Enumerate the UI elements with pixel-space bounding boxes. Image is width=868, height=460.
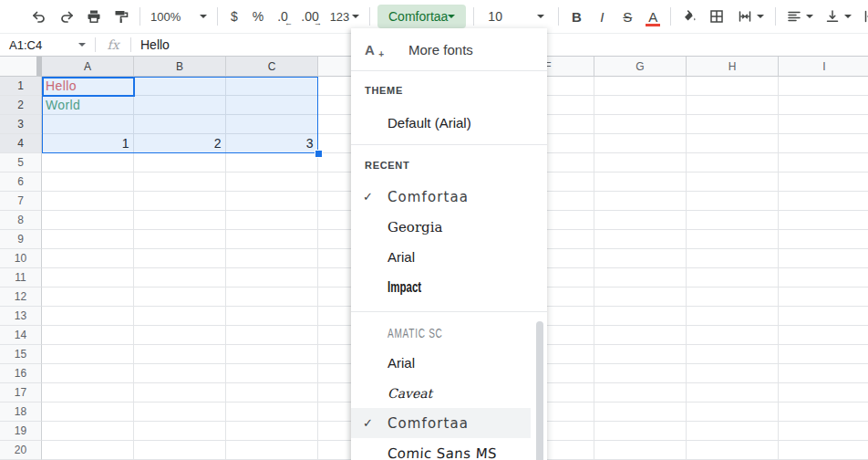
cell-C15[interactable] (226, 345, 318, 364)
cell-B5[interactable] (134, 153, 226, 172)
cell-I7[interactable] (779, 192, 868, 211)
decrease-decimal-button[interactable]: .0 ← (270, 4, 295, 29)
cell-G17[interactable] (594, 383, 687, 402)
cell-C20[interactable] (226, 441, 318, 460)
cell-C17[interactable] (226, 383, 318, 402)
font-family-selector[interactable]: Comfortaa (377, 5, 466, 28)
cell-A17[interactable] (42, 383, 134, 402)
cell-H4[interactable] (687, 134, 779, 153)
cell-C8[interactable] (226, 211, 318, 230)
cell-G16[interactable] (594, 364, 687, 383)
text-wrapping-button[interactable] (857, 4, 868, 29)
font-option-comic-sans-ms[interactable]: Comic Sans MS (351, 438, 547, 460)
cell-I15[interactable] (779, 345, 868, 364)
cell-A8[interactable] (42, 211, 134, 230)
cell-B8[interactable] (134, 211, 226, 230)
column-header-B[interactable]: B (134, 57, 226, 77)
cell-H6[interactable] (687, 172, 779, 192)
strikethrough-button[interactable]: S (615, 4, 640, 29)
print-button[interactable] (80, 4, 108, 29)
cell-B9[interactable] (134, 230, 226, 249)
cell-H8[interactable] (687, 211, 779, 230)
cell-B15[interactable] (134, 345, 226, 364)
cell-A9[interactable] (42, 230, 134, 249)
cell-G10[interactable] (594, 249, 687, 268)
undo-button[interactable] (26, 4, 53, 29)
cell-G18[interactable] (594, 402, 687, 422)
cell-G2[interactable] (594, 96, 687, 115)
row-header-6[interactable]: 6 (0, 172, 42, 192)
format-currency-button[interactable]: $ (222, 4, 246, 29)
formula-input[interactable]: Hello (140, 37, 170, 52)
cell-I18[interactable] (779, 402, 868, 422)
cell-I10[interactable] (779, 249, 868, 268)
borders-button[interactable] (703, 4, 730, 29)
font-option-comfortaa[interactable]: ✓ Comfortaa (351, 408, 531, 438)
cell-C18[interactable] (226, 402, 318, 422)
cell-G20[interactable] (594, 441, 687, 460)
cell-A6[interactable] (42, 172, 134, 192)
cell-H1[interactable] (687, 77, 779, 96)
cell-I9[interactable] (779, 230, 868, 249)
cell-B17[interactable] (134, 383, 226, 402)
cell-H2[interactable] (687, 96, 779, 115)
cell-G1[interactable] (594, 77, 687, 96)
cell-H11[interactable] (687, 268, 779, 288)
cell-H9[interactable] (687, 230, 779, 249)
cell-I20[interactable] (779, 441, 868, 460)
cell-A11[interactable] (42, 268, 134, 288)
cell-I8[interactable] (779, 211, 868, 230)
cell-I3[interactable] (779, 115, 868, 134)
cell-G15[interactable] (594, 345, 687, 364)
cell-I1[interactable] (779, 77, 868, 96)
cell-A15[interactable] (42, 345, 134, 364)
cell-B12[interactable] (134, 288, 226, 307)
cell-I17[interactable] (779, 383, 868, 402)
fill-handle[interactable] (315, 150, 323, 158)
cell-H20[interactable] (687, 441, 779, 460)
cell-H12[interactable] (687, 288, 779, 307)
cell-I12[interactable] (779, 288, 868, 307)
row-header-4[interactable]: 4 (0, 134, 42, 153)
cell-I19[interactable] (779, 422, 868, 441)
row-header-13[interactable]: 13 (0, 307, 42, 326)
row-header-1[interactable]: 1 (0, 77, 42, 96)
column-header-A[interactable]: A (42, 57, 134, 77)
italic-button[interactable]: I (589, 4, 615, 29)
cell-C13[interactable] (226, 307, 318, 326)
cell-C6[interactable] (226, 172, 318, 192)
cell-H10[interactable] (687, 249, 779, 268)
cell-C16[interactable] (226, 364, 318, 383)
increase-decimal-button[interactable]: .00 → (295, 4, 325, 29)
cell-I11[interactable] (779, 268, 868, 288)
cell-A16[interactable] (42, 364, 134, 383)
cell-I13[interactable] (779, 307, 868, 326)
row-header-11[interactable]: 11 (0, 268, 42, 288)
row-header-10[interactable]: 10 (0, 249, 42, 268)
cell-C19[interactable] (226, 422, 318, 441)
row-header-9[interactable]: 9 (0, 230, 42, 249)
row-header-15[interactable]: 15 (0, 345, 42, 364)
row-header-12[interactable]: 12 (0, 288, 42, 307)
row-header-14[interactable]: 14 (0, 326, 42, 345)
cell-B18[interactable] (134, 402, 226, 422)
cell-H16[interactable] (687, 364, 779, 383)
font-option-caveat[interactable]: Caveat (351, 378, 547, 408)
row-header-16[interactable]: 16 (0, 364, 42, 383)
cell-A18[interactable] (42, 402, 134, 422)
cell-A13[interactable] (42, 307, 134, 326)
font-option-recent-impact[interactable]: Impact (351, 272, 547, 302)
more-formats-button[interactable]: 123 (325, 4, 365, 29)
font-option-amatic-sc[interactable]: Amatic SC (351, 318, 547, 348)
select-all-corner[interactable] (0, 57, 42, 77)
zoom-selector[interactable]: 100% (145, 4, 212, 29)
cell-G7[interactable] (594, 192, 687, 211)
cell-G8[interactable] (594, 211, 687, 230)
cell-C5[interactable] (226, 153, 318, 172)
column-header-H[interactable]: H (687, 57, 779, 77)
font-option-default-arial[interactable]: Default (Arial) (351, 108, 547, 138)
row-header-18[interactable]: 18 (0, 402, 42, 422)
cell-H13[interactable] (687, 307, 779, 326)
cell-B19[interactable] (134, 422, 226, 441)
row-header-8[interactable]: 8 (0, 211, 42, 230)
